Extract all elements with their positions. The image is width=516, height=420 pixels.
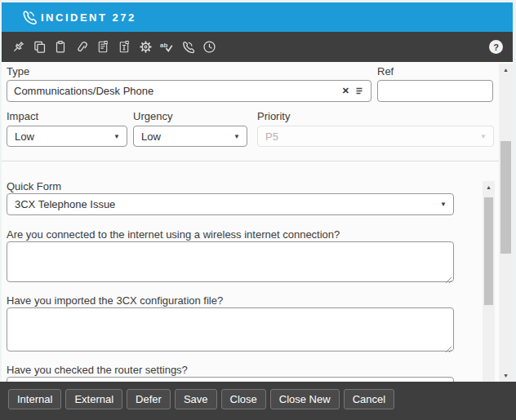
clear-icon[interactable]: ✕: [337, 86, 354, 96]
impact-value: Low: [7, 130, 113, 143]
priority-select: P5 ▼: [257, 126, 494, 147]
toolbar: ab ?: [2, 32, 513, 62]
chevron-down-icon: ▼: [440, 201, 453, 208]
action-bar: Internal External Defer Save Close Close…: [0, 382, 516, 420]
ref-input[interactable]: [377, 80, 493, 102]
cancel-button[interactable]: Cancel: [344, 389, 394, 409]
urgency-select[interactable]: Low ▼: [133, 126, 247, 147]
type-combobox[interactable]: Communications/Desk Phone ✕: [7, 80, 371, 102]
question-1-label: Are you connected to the internet using …: [7, 228, 340, 241]
scrollbar-thumb[interactable]: [484, 197, 493, 305]
chevron-down-icon: ▼: [480, 133, 493, 140]
quick-form-label: Quick Form: [7, 180, 61, 192]
section-divider: [2, 161, 500, 161]
priority-value: P5: [258, 130, 480, 143]
question-2-textarea[interactable]: [7, 307, 454, 351]
chevron-down-icon: ▼: [234, 133, 247, 140]
question-3-label: Have you checked the router settings?: [7, 364, 188, 376]
close-new-button[interactable]: Close New: [270, 389, 340, 409]
incident-phone-icon: [21, 9, 38, 25]
external-button[interactable]: External: [65, 389, 122, 409]
priority-label: Priority: [257, 110, 290, 122]
paste-icon[interactable]: [50, 38, 71, 57]
impact-select[interactable]: Low ▼: [7, 126, 127, 147]
settings-icon[interactable]: [135, 38, 156, 57]
scroll-up-icon[interactable]: ▲: [483, 181, 495, 193]
incident-window: INCIDENT 272: [0, 0, 516, 420]
urgency-value: Low: [134, 130, 234, 143]
defer-button[interactable]: Defer: [127, 389, 171, 409]
window-title: INCIDENT 272: [41, 11, 136, 24]
ref-label: Ref: [377, 65, 394, 77]
resize-grip-icon[interactable]: [444, 342, 452, 350]
quick-form-scrollbar[interactable]: ▲: [483, 181, 495, 382]
close-button[interactable]: Close: [221, 389, 266, 409]
form-icon[interactable]: [113, 38, 135, 57]
copy-icon[interactable]: [29, 38, 50, 57]
history-icon[interactable]: [198, 38, 220, 57]
phone-icon[interactable]: [177, 38, 198, 57]
save-button[interactable]: Save: [175, 389, 217, 409]
internal-button[interactable]: Internal: [8, 389, 61, 409]
resize-grip-icon[interactable]: [444, 272, 452, 281]
type-value: Communications/Desk Phone: [7, 85, 337, 97]
urgency-label: Urgency: [133, 110, 172, 122]
help-button[interactable]: ?: [489, 40, 503, 54]
scroll-down-icon[interactable]: ▼: [499, 369, 513, 382]
title-bar: INCIDENT 272: [2, 2, 513, 32]
question-1-textarea[interactable]: [7, 241, 454, 282]
quick-form-value: 3CX Telephone Issue: [7, 198, 440, 210]
type-label: Type: [7, 65, 29, 77]
chevron-down-icon: ▼: [113, 133, 127, 140]
question-2-label: Have you imported the 3CX configuration …: [7, 294, 223, 307]
impact-label: Impact: [7, 110, 38, 122]
page-scrollbar[interactable]: ▲ ▼: [499, 64, 513, 382]
menu-icon[interactable]: [354, 86, 371, 96]
scrollbar-thumb[interactable]: [500, 141, 511, 254]
incident-form: Type Communications/Desk Phone ✕ Ref Imp…: [2, 62, 513, 382]
quick-form-select[interactable]: 3CX Telephone Issue ▼: [7, 193, 454, 215]
notes-icon[interactable]: [92, 38, 113, 57]
scroll-up-icon[interactable]: ▲: [499, 64, 513, 76]
spell-check-icon[interactable]: ab: [156, 38, 177, 57]
pin-icon[interactable]: [7, 38, 29, 57]
attachment-icon[interactable]: [71, 38, 92, 57]
